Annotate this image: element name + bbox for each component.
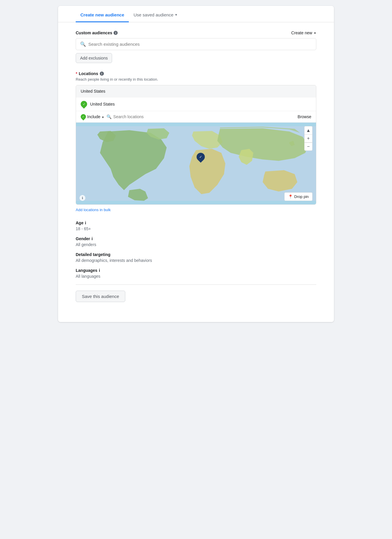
map-container: ▲ + − ℹ 📍 Drop pin: [76, 122, 316, 204]
location-item-us: United States: [76, 97, 316, 111]
locations-asterisk: *: [76, 71, 77, 76]
location-search-icon: 🔍: [107, 114, 111, 119]
drop-pin-button[interactable]: 📍 Drop pin: [284, 192, 312, 201]
custom-audiences-label: Custom audiences i: [76, 30, 118, 35]
audiences-search-icon: 🔍: [80, 41, 86, 47]
languages-label: Languages i: [76, 268, 316, 273]
locations-section: * Locations i Reach people living in or …: [76, 71, 316, 212]
include-dropdown[interactable]: Include: [81, 114, 104, 119]
map-svg: [76, 123, 316, 204]
languages-info-icon[interactable]: i: [99, 268, 100, 273]
include-chevron-icon: [102, 114, 104, 119]
locations-label: * Locations i: [76, 71, 316, 76]
audience-card: Create new audience Use saved audience ▼…: [58, 6, 334, 322]
audiences-search-box[interactable]: 🔍: [76, 38, 316, 50]
gender-label: Gender i: [76, 236, 316, 241]
create-new-dropdown-btn[interactable]: Create new: [291, 30, 316, 35]
map-controls: ▲ + −: [304, 126, 312, 151]
include-search-row: Include 🔍 Browse: [76, 111, 316, 122]
content-area: Custom audiences i Create new 🔍 Add excl…: [58, 22, 334, 310]
tab-use-saved-label: Use saved audience: [134, 12, 173, 17]
us-map-pin: [197, 153, 205, 161]
gender-info-icon[interactable]: i: [92, 236, 93, 241]
languages-value: All languages: [76, 274, 316, 279]
browse-button[interactable]: Browse: [298, 114, 311, 119]
add-locations-bulk-link[interactable]: Add locations in bulk: [76, 208, 111, 212]
location-pin-green-icon: [79, 99, 88, 109]
us-pin-marker-icon: [195, 151, 207, 163]
tab-use-saved[interactable]: Use saved audience ▼: [129, 6, 182, 22]
create-new-chevron-icon: [314, 31, 316, 35]
custom-audiences-info-icon[interactable]: i: [114, 31, 118, 35]
save-audience-button[interactable]: Save this audience: [76, 291, 125, 302]
tabs-container: Create new audience Use saved audience ▼: [58, 6, 334, 22]
gender-value: All genders: [76, 242, 316, 247]
include-label: Include: [87, 114, 100, 119]
map-zoom-out-btn[interactable]: −: [304, 143, 312, 151]
map-info-icon[interactable]: ℹ: [80, 195, 85, 201]
custom-audiences-section: Custom audiences i Create new 🔍 Add excl…: [76, 30, 316, 63]
location-search-input[interactable]: [113, 114, 295, 119]
location-search-wrapper: 🔍: [107, 114, 295, 119]
tab-use-saved-chevron: ▼: [175, 13, 178, 16]
include-pin-icon: [80, 113, 87, 120]
tab-create-new[interactable]: Create new audience: [76, 6, 129, 22]
drop-pin-icon: 📍: [288, 194, 293, 199]
age-info-icon[interactable]: i: [85, 221, 86, 225]
location-box: United States United States Include 🔍: [76, 85, 316, 205]
age-label: Age i: [76, 221, 316, 225]
locations-info-icon[interactable]: i: [100, 72, 104, 76]
audiences-search-input[interactable]: [88, 42, 312, 47]
locations-subtitle: Reach people living in or recently in th…: [76, 77, 316, 82]
custom-audiences-header: Custom audiences i Create new: [76, 30, 316, 35]
location-item-name: United States: [90, 102, 115, 106]
map-zoom-up-btn[interactable]: ▲: [304, 126, 312, 134]
location-country-header: United States: [76, 85, 316, 97]
detailed-targeting-label: Detailed targeting: [76, 252, 316, 257]
age-value: 18 - 65+: [76, 226, 316, 231]
divider: [76, 284, 316, 285]
map-zoom-in-btn[interactable]: +: [304, 134, 312, 143]
detailed-targeting-value: All demographics, interests and behavior…: [76, 258, 316, 263]
add-exclusions-button[interactable]: Add exclusions: [76, 53, 112, 63]
tab-create-new-label: Create new audience: [80, 12, 124, 17]
drop-pin-label: Drop pin: [294, 194, 309, 199]
